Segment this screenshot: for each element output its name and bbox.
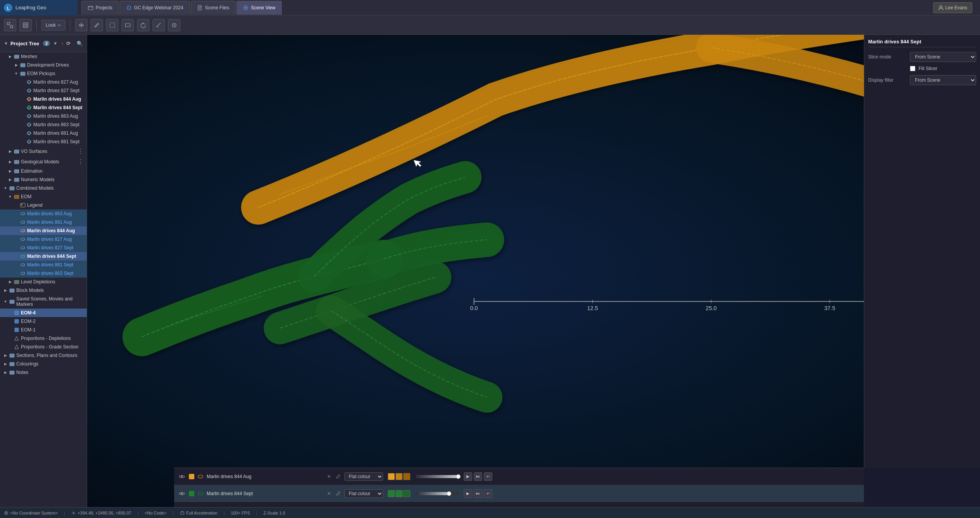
svg-rect-9	[10, 26, 13, 28]
legend-row2-swatch3[interactable]	[403, 490, 410, 497]
tree-eom-881-aug[interactable]: Marlin drives 881 Aug	[0, 218, 87, 226]
legend-row2-swatch1[interactable]	[388, 490, 395, 497]
tree-vo-surfaces[interactable]: ▶ VO Surfaces ⋮	[0, 146, 87, 156]
vo-more-icon[interactable]: ⋮	[77, 148, 84, 155]
legend-row1-swatch3[interactable]	[403, 473, 410, 480]
tree-dropdown-icon[interactable]: ▼	[53, 41, 57, 46]
tab-projects[interactable]: Projects	[81, 1, 119, 15]
tree-marlin-844-sept[interactable]: Marlin drives 844 Sept	[0, 103, 87, 112]
tree-eom2[interactable]: EOM-2	[0, 317, 87, 326]
legend-row1-type-icon	[197, 473, 204, 480]
tree-dev-drives[interactable]: ▶ Development Drives	[0, 61, 87, 69]
tree-eom-844-aug[interactable]: Marlin drives 844 Aug	[0, 226, 87, 235]
tree-marlin-863-sept[interactable]: Marlin drives 863 Sept	[0, 120, 87, 129]
tree-sections-plans[interactable]: ▶ Sections, Plans and Contours	[0, 351, 87, 360]
tree-up-btn[interactable]: ↑	[61, 41, 64, 46]
legend-row2-visibility[interactable]	[178, 490, 186, 497]
legend-icon	[20, 202, 26, 208]
legend-row1-loop-btn[interactable]: ↩	[484, 472, 492, 481]
legend-row1-opacity-bar[interactable]	[416, 475, 458, 478]
tree-marlin-863-aug[interactable]: Marlin drives 863 Aug	[0, 112, 87, 120]
tree-eom-pickups[interactable]: ▼ EOM Pickups	[0, 69, 87, 78]
legend-row2-swatch2[interactable]	[396, 490, 403, 497]
legend-row1-step-btn[interactable]: ⏭	[474, 472, 482, 481]
tree-eom-863-sept[interactable]: Marlin drives 863 Sept	[0, 269, 87, 278]
legend-row1-visibility[interactable]	[178, 473, 186, 480]
toolbar-snap-btn[interactable]	[4, 19, 16, 31]
tree-eom-881-sept[interactable]: Marlin drives 881 Sept	[0, 261, 87, 269]
tree-colourings[interactable]: ▶ Colourings	[0, 360, 87, 368]
svg-rect-37	[14, 195, 19, 199]
geo-folder-icon	[14, 159, 19, 165]
tree-eom-844-sept[interactable]: Marlin drives 844 Sept	[0, 252, 87, 261]
look-dropdown[interactable]: Look	[41, 20, 65, 31]
svg-point-86	[198, 492, 203, 495]
tree-notes[interactable]: ▶ Notes	[0, 368, 87, 377]
fill-slicer-field: Fill Slicer	[868, 66, 976, 71]
display-filter-select[interactable]: From Scene None Custom	[910, 75, 976, 85]
toolbar-annotation-btn[interactable]	[168, 19, 180, 31]
legend-row1-swatch2[interactable]	[396, 473, 403, 480]
legend-row1-swatches	[388, 473, 410, 480]
tree-eom-863-aug[interactable]: Marlin drives 863 Aug	[0, 209, 87, 218]
tab-gc-edge[interactable]: GC Edge Webinar 2024	[120, 1, 190, 15]
tree-geo-models[interactable]: ▶ Geological Models ⋮	[0, 156, 87, 167]
legend-row1-play-btn[interactable]: ▶	[464, 472, 472, 481]
tree-legend[interactable]: Legend	[0, 201, 87, 209]
tree-search-btn[interactable]: 🔍	[77, 41, 83, 46]
geo-more-icon[interactable]: ⋮	[77, 158, 84, 165]
tab-scene-view-label: Scene View	[251, 5, 275, 10]
tree-eom4[interactable]: EOM-4	[0, 309, 87, 317]
eom-863a-label: Marlin drives 863 Aug	[27, 211, 72, 216]
svg-rect-36	[10, 187, 14, 190]
toolbar-measure-btn[interactable]	[152, 19, 165, 31]
legend-row2-name-text: Marlin drives 844 Sept	[207, 491, 253, 496]
tree-saved-scenes[interactable]: ▼ Saved Scenes, Movies and Markers	[0, 295, 87, 309]
toolbar-pan-btn[interactable]	[75, 19, 87, 31]
viewport-3d[interactable]: Plunge +41 Azimuth 335 N	[87, 35, 864, 518]
tree-proportions-depletions[interactable]: Proportions - Depletions	[0, 334, 87, 343]
legend-row1-color-mode[interactable]: Flat colour	[344, 472, 383, 481]
legend-row2-color-mode[interactable]: Flat colour	[344, 489, 383, 498]
fill-slicer-checkbox[interactable]	[910, 66, 915, 71]
toolbar-grid-btn[interactable]	[19, 19, 32, 31]
toolbar-edit-btn[interactable]	[91, 19, 103, 31]
geo-expand-icon: ▶	[8, 160, 12, 164]
legend-row1-swatch1[interactable]	[388, 473, 395, 480]
tree-marlin-881-aug[interactable]: Marlin drives 881 Aug	[0, 129, 87, 137]
legend-row2-opacity-bar[interactable]	[416, 492, 458, 495]
tree-marlin-827-aug[interactable]: Marlin drives 827 Aug	[0, 78, 87, 86]
legend-row2-play-btn[interactable]: ▶	[464, 489, 472, 498]
user-button[interactable]: Lee Evans	[933, 2, 972, 13]
tree-marlin-844-aug[interactable]: Marlin drives 844 Aug	[0, 95, 87, 103]
tree-eom-827-aug[interactable]: Marlin drives 827 Aug	[0, 235, 87, 244]
toolbar-rotate-btn[interactable]	[137, 19, 149, 31]
tree-proportions-grade[interactable]: Proportions - Grade Section	[0, 343, 87, 351]
tree-estimation[interactable]: ▶ Estimation	[0, 167, 87, 175]
tree-eom-827-sept[interactable]: Marlin drives 827 Sept	[0, 244, 87, 252]
expand-all-icon[interactable]: ▼	[4, 41, 8, 46]
legend-row2-loop-btn[interactable]: ↩	[484, 489, 492, 498]
tree-level-depletions[interactable]: ▶ Level Depletions	[0, 278, 87, 286]
tab-scene-files[interactable]: Scene Files	[191, 1, 236, 15]
app-logo: L Leapfrog Geo	[0, 0, 77, 15]
mesh-icon-m881a	[26, 130, 32, 136]
legend-row2-step-btn[interactable]: ⏭	[474, 489, 482, 498]
tree-meshes[interactable]: ▶ Meshes	[0, 52, 87, 61]
m827a-expand-icon	[20, 80, 25, 84]
tree-eom-folder[interactable]: ▼ EOM	[0, 192, 87, 201]
tree-numeric-models[interactable]: ▶ Numeric Models	[0, 175, 87, 184]
tree-marlin-881-sept[interactable]: Marlin drives 881 Sept	[0, 137, 87, 146]
slice-mode-select[interactable]: From Scene None Custom	[910, 52, 976, 62]
legend-row2-close[interactable]: ✕	[326, 491, 332, 497]
tab-scene-view[interactable]: Scene View	[236, 1, 282, 15]
svg-rect-14	[21, 63, 25, 67]
tree-refresh-btn[interactable]: ⟳	[66, 41, 70, 46]
toolbar-rect-select-btn[interactable]	[122, 19, 134, 31]
tree-marlin-827-sept[interactable]: Marlin drives 827 Sept	[0, 86, 87, 95]
toolbar-select-btn[interactable]	[106, 19, 118, 31]
legend-row1-close[interactable]: ✕	[326, 473, 332, 480]
tree-block-models[interactable]: ▶ Block Models	[0, 286, 87, 295]
tree-eom1[interactable]: EOM-1	[0, 326, 87, 334]
tree-combined-models[interactable]: ▼ Combined Models	[0, 184, 87, 192]
